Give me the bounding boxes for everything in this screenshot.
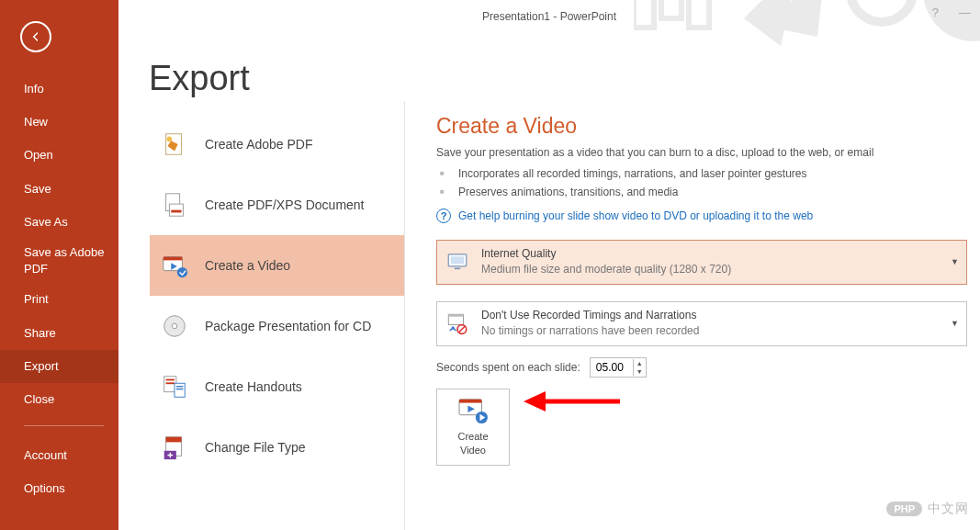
export-option-label: Create Adobe PDF	[205, 137, 313, 152]
pdf-xps-icon	[159, 189, 190, 220]
window-title: Presentation1 - PowerPoint	[482, 10, 616, 23]
svg-line-36	[459, 326, 466, 333]
video-quality-dropdown[interactable]: Internet Quality Medium file size and mo…	[436, 240, 967, 285]
export-option-label: Change File Type	[205, 440, 305, 455]
export-option-pdf-xps[interactable]: Create PDF/XPS Document	[150, 175, 404, 235]
seconds-input[interactable]	[591, 358, 633, 377]
svg-rect-15	[163, 257, 183, 261]
nav-new[interactable]: New	[0, 106, 118, 139]
svg-rect-33	[448, 314, 463, 316]
svg-rect-27	[166, 437, 182, 443]
svg-rect-21	[166, 379, 175, 381]
seconds-spinner[interactable]: ▲ ▼	[590, 357, 647, 378]
timings-title: Don't Use Recorded Timings and Narration…	[481, 308, 699, 323]
svg-point-34	[452, 326, 455, 329]
export-option-label: Create PDF/XPS Document	[205, 197, 365, 212]
timings-dropdown[interactable]: Don't Use Recorded Timings and Narration…	[436, 301, 967, 346]
quality-sub: Medium file size and moderate quality (1…	[481, 262, 731, 277]
help-icon: ?	[436, 209, 451, 223]
detail-bullet: Incorporates all recorded timings, narra…	[436, 164, 967, 183]
export-options-list: Create Adobe PDF Create PDF/XPS Document…	[150, 101, 405, 530]
cd-icon	[159, 310, 190, 342]
monitor-icon	[445, 249, 470, 275]
create-video-button[interactable]: CreateVideo	[436, 389, 510, 466]
export-option-handouts[interactable]: Create Handouts	[150, 356, 404, 417]
create-video-icon	[457, 397, 489, 424]
page-title: Export	[149, 59, 250, 98]
export-option-label: Package Presentation for CD	[205, 319, 371, 333]
svg-rect-24	[176, 386, 184, 387]
export-option-package-cd[interactable]: Package Presentation for CD	[150, 296, 404, 356]
spinner-up[interactable]: ▲	[634, 359, 646, 367]
export-detail-pane: Create a Video Save your presentation as…	[405, 101, 980, 530]
nav-close[interactable]: Close	[0, 383, 118, 416]
nav-save-as[interactable]: Save As	[0, 206, 118, 239]
nav-share[interactable]: Share	[0, 317, 118, 350]
minimize-button[interactable]: —	[959, 6, 971, 19]
detail-bullet: Preserves animations, transitions, and m…	[436, 183, 967, 201]
svg-rect-30	[451, 257, 465, 265]
export-option-change-file-type[interactable]: Change File Type	[150, 417, 404, 478]
svg-rect-31	[455, 268, 461, 270]
back-arrow-icon	[28, 29, 43, 44]
back-button[interactable]	[20, 21, 51, 52]
help-link[interactable]: Get help burning your slide show video t…	[458, 209, 813, 222]
nav-options[interactable]: Options	[0, 472, 118, 505]
chevron-down-icon: ▼	[951, 319, 959, 328]
export-option-create-video[interactable]: Create a Video	[150, 235, 404, 296]
nav-save-as-adobe-pdf[interactable]: Save as Adobe PDF	[0, 239, 118, 283]
adobe-pdf-icon	[159, 129, 190, 160]
timings-sub: No timings or narrations have been recor…	[481, 323, 699, 339]
chevron-down-icon: ▼	[951, 257, 959, 266]
nav-save[interactable]: Save	[0, 173, 118, 206]
export-option-label: Create a Video	[205, 258, 290, 273]
handouts-icon	[159, 371, 190, 402]
watermark: PHP 中文网	[886, 501, 969, 517]
svg-point-17	[177, 267, 187, 277]
svg-point-19	[172, 323, 177, 329]
nav-print[interactable]: Print	[0, 283, 118, 316]
quality-title: Internet Quality	[481, 246, 731, 262]
svg-rect-38	[459, 400, 481, 403]
nav-export[interactable]: Export	[0, 350, 118, 383]
svg-point-10	[167, 137, 173, 142]
nav-open[interactable]: Open	[0, 139, 118, 172]
no-narration-icon	[445, 310, 470, 336]
spinner-down[interactable]: ▼	[634, 367, 646, 376]
nav-divider	[24, 425, 104, 426]
watermark-badge: PHP	[886, 502, 922, 516]
change-file-type-icon	[159, 432, 190, 463]
video-icon	[159, 250, 190, 281]
svg-rect-22	[166, 382, 175, 384]
export-option-adobe-pdf[interactable]: Create Adobe PDF	[150, 114, 404, 175]
help-button[interactable]: ?	[932, 6, 939, 19]
nav-account[interactable]: Account	[0, 439, 118, 472]
svg-rect-13	[171, 210, 181, 213]
nav-info[interactable]: Info	[0, 73, 118, 106]
backstage-sidebar: Info New Open Save Save As Save as Adobe…	[0, 0, 118, 530]
svg-rect-23	[175, 383, 185, 397]
watermark-text: 中文网	[928, 501, 969, 517]
svg-rect-25	[176, 389, 184, 389]
title-bar: Presentation1 - PowerPoint ? —	[118, 0, 980, 33]
detail-summary: Save your presentation as a video that y…	[436, 146, 967, 159]
seconds-label: Seconds spent on each slide:	[436, 361, 580, 374]
detail-heading: Create a Video	[436, 114, 967, 139]
export-option-label: Create Handouts	[205, 379, 302, 394]
